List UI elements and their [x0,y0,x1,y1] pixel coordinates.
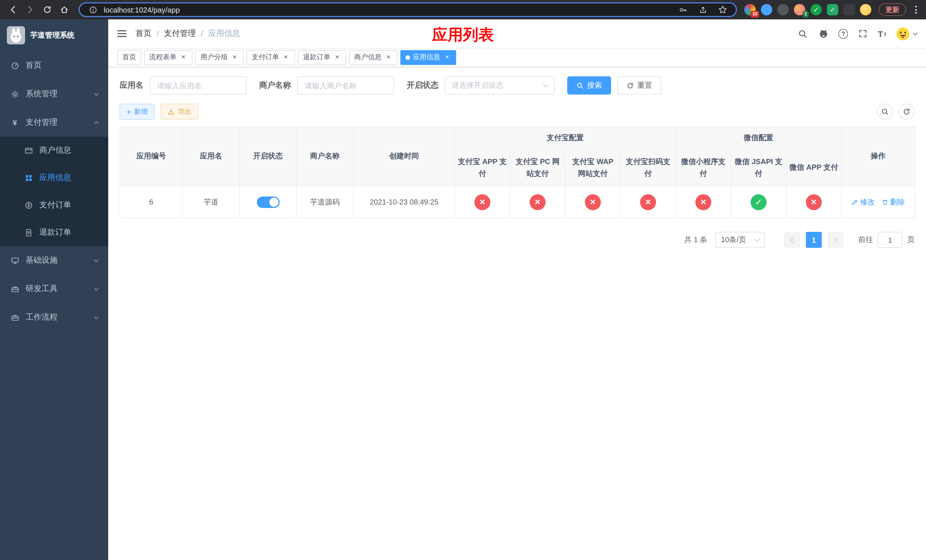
delete-button[interactable]: 删除 [882,197,905,207]
bookmark-star-icon[interactable] [716,3,729,16]
url-text[interactable]: localhost:1024/pay/app [104,5,180,14]
forward-icon[interactable] [23,3,37,17]
sidebar-item-pay-order[interactable]: 支付订单 [0,191,108,219]
app-title: 芋道管理系统 [30,30,75,41]
document-icon [24,228,33,237]
refresh-table-button[interactable] [899,104,915,120]
table-row: 6 芋道 芋道源码 2021-10-23 08:49:25 [120,186,915,218]
user-avatar[interactable] [895,26,917,41]
add-button[interactable]: 新增 [120,104,154,120]
tab-app-info[interactable]: 应用信息 [400,50,456,65]
help-icon[interactable] [838,29,848,38]
extension-icon-8[interactable] [860,4,872,15]
close-icon[interactable] [231,53,239,61]
wechat-mini-status-icon [695,194,711,210]
page-size-select[interactable]: 10条/页 [715,232,765,248]
tab-home[interactable]: 首页 [117,50,141,65]
export-button[interactable]: 导出 [160,104,198,120]
screen: localhost:1024/pay/app 10 1 [0,0,926,560]
extension-icon-1[interactable]: 10 [744,4,756,15]
reset-button[interactable]: 重置 [617,76,661,95]
page-unit-label: 页 [907,235,915,245]
credit-card-icon [24,146,33,155]
col-wechat-app: 微信 APP 支付 [786,150,841,186]
tab-user-group[interactable]: 用户分组 [195,50,244,65]
address-bar[interactable]: localhost:1024/pay/app [79,2,737,17]
app-logo[interactable]: 芋道管理系统 [0,20,108,51]
app-name-input[interactable] [150,76,247,95]
delete-label: 删除 [890,197,905,207]
col-wechat-jsapi: 微信 JSAPI 支付 [731,150,786,186]
tab-process-form[interactable]: 流程表单 [144,50,192,65]
close-icon[interactable] [333,53,341,61]
breadcrumb-payment[interactable]: 支付管理 [164,29,196,39]
sidebar-item-infrastructure[interactable]: 基础设施 [0,246,108,275]
sidebar-menu: 首页 系统管理 ¥ 支付管理 [0,51,108,331]
active-dot [406,55,410,59]
menu-label: 基础设施 [26,255,57,265]
site-info-icon[interactable] [86,3,99,16]
close-icon[interactable] [443,53,451,61]
page-number-1[interactable]: 1 [806,232,822,248]
next-page-button[interactable] [828,232,843,248]
extension-icon-4[interactable]: 1 [794,4,805,15]
breadcrumb-separator: / [157,29,159,38]
tab-refund-order[interactable]: 退款订单 [298,50,346,65]
search-icon[interactable] [796,27,809,40]
close-icon[interactable] [179,53,188,61]
sidebar-item-app-info[interactable]: 应用信息 [0,164,108,191]
sidebar-item-dev-tools[interactable]: 研发工具 [0,275,108,303]
export-button-label: 导出 [178,107,191,117]
fullscreen-icon[interactable] [857,27,869,40]
page-content: 应用名 商户名称 开启状态 请选择开启状态 搜索 重置 [108,67,926,560]
sidebar-item-refund-order[interactable]: 退款订单 [0,219,108,246]
sidebar-item-workflow[interactable]: 工作流程 [0,303,108,331]
close-icon[interactable] [384,53,392,61]
extension-icon-6[interactable] [827,4,838,15]
browser-menu-icon[interactable] [911,3,920,17]
edit-button[interactable]: 修改 [851,197,875,207]
font-size-icon[interactable] [878,29,887,38]
browser-update-button[interactable]: 更新 [879,3,906,16]
tab-merchant-info[interactable]: 商户信息 [349,50,398,65]
row-status-toggle[interactable] [257,196,279,207]
search-button[interactable]: 搜索 [567,76,611,95]
monitor-icon [10,256,20,265]
extensions-tray: 10 1 [744,4,872,15]
status-select[interactable]: 请选择开启状态 [445,76,555,95]
alipay-qr-status-icon [640,194,656,210]
share-icon[interactable] [696,3,709,16]
github-icon[interactable] [817,27,830,40]
search-icon [881,107,889,116]
reload-icon[interactable] [40,3,54,17]
sidebar-item-payment[interactable]: ¥ 支付管理 [0,108,108,137]
password-key-icon[interactable] [676,3,689,16]
main-area: 首页 / 支付管理 / 应用信息 [108,20,926,560]
sidebar-fold-icon[interactable] [108,30,136,37]
tab-pay-order[interactable]: 支付订单 [247,50,295,65]
goto-page-input[interactable] [878,232,903,248]
extension-icon-2[interactable] [761,4,772,15]
toolbox-icon [10,313,20,322]
sidebar-item-home[interactable]: 首页 [0,51,108,80]
extension-badge: 10 [750,11,759,18]
sidebar-item-merchant-info[interactable]: 商户信息 [0,137,108,164]
breadcrumb-home[interactable]: 首页 [136,29,151,39]
grid-icon [24,174,33,182]
yen-icon: ¥ [10,118,20,127]
merchant-name-input[interactable] [297,76,394,95]
sidebar-item-system[interactable]: 系统管理 [0,80,108,108]
breadcrumb: 首页 / 支付管理 / 应用信息 [136,29,240,39]
extension-icon-3[interactable] [777,4,789,15]
tab-label: 支付订单 [252,52,279,62]
close-icon[interactable] [282,53,290,61]
home-icon[interactable] [57,3,71,17]
avatar-emoji [895,26,911,41]
breadcrumb-current: 应用信息 [209,29,240,39]
toggle-search-button[interactable] [877,104,893,120]
extension-icon-7[interactable] [843,4,855,15]
search-icon [576,82,584,89]
extension-icon-5[interactable] [810,4,822,15]
prev-page-button[interactable] [784,232,800,248]
back-icon[interactable] [6,3,20,17]
